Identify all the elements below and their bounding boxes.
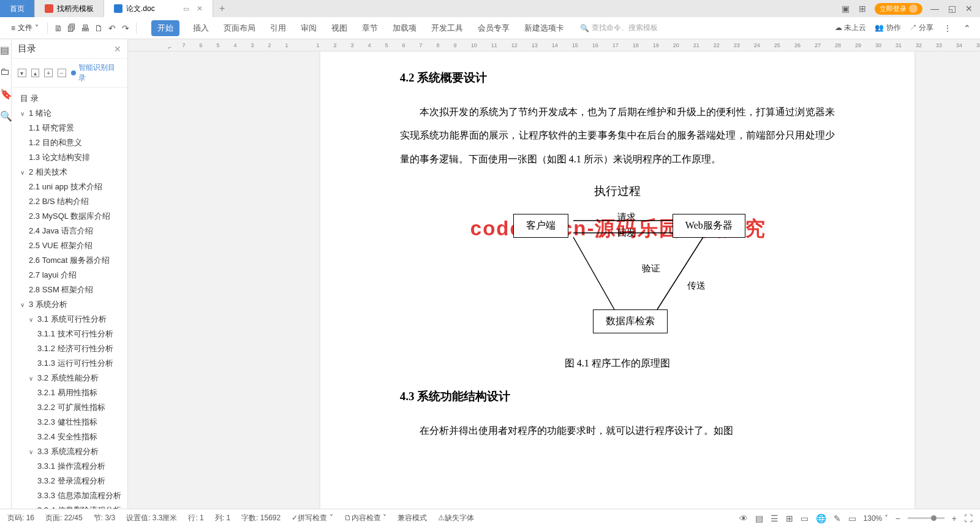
toc-item[interactable]: 2.2 B/S 结构介绍	[12, 194, 127, 209]
expand-all-icon[interactable]: ▾	[18, 69, 26, 77]
toc-item[interactable]: ∨3.3 系统流程分析	[12, 444, 127, 459]
sb-section[interactable]: 节: 3/3	[94, 513, 115, 523]
ribbon-newtab[interactable]: 新建选项卡	[523, 20, 565, 36]
sb-spellcheck[interactable]: ✓拼写检查 ˅	[292, 513, 333, 523]
globe-icon[interactable]: 🌐	[816, 514, 826, 523]
save-as-icon[interactable]: 🗐	[66, 23, 77, 34]
toc-item[interactable]: ∨3 系统分析	[12, 297, 127, 312]
preview-icon[interactable]: 🗋	[93, 23, 104, 34]
outline-close-icon[interactable]: ✕	[114, 44, 121, 54]
toc-item[interactable]: 2.3 MySQL 数据库介绍	[12, 209, 127, 224]
toc-item[interactable]: 2.6 Tomcat 服务器介绍	[12, 253, 127, 268]
toc-item[interactable]: 3.3.4 信息删除流程分析	[12, 503, 127, 509]
toc-item[interactable]: 1.2 目的和意义	[12, 135, 127, 150]
sb-setting[interactable]: 设置值: 3.3厘米	[126, 513, 177, 523]
collapse-ribbon-icon[interactable]: ⌃	[962, 23, 973, 34]
ribbon-review[interactable]: 审阅	[300, 20, 318, 36]
toc-item[interactable]: ∨1 绪论	[12, 106, 127, 121]
tab-templates[interactable]: 找稻壳模板	[35, 0, 104, 17]
sb-col[interactable]: 列: 1	[215, 513, 230, 523]
eye-icon[interactable]: 👁	[739, 514, 748, 523]
toc-item[interactable]: 3.2.2 可扩展性指标	[12, 400, 127, 415]
toc-item[interactable]: ∨2 相关技术	[12, 165, 127, 180]
more-icon[interactable]: ⋮	[942, 23, 953, 34]
toc-item[interactable]: 1.3 论文结构安排	[12, 150, 127, 165]
sb-pages[interactable]: 页面: 22/45	[45, 513, 83, 523]
window-maximize-icon[interactable]: ◱	[947, 4, 957, 13]
tab-minimize-icon[interactable]: ▭	[183, 5, 189, 13]
save-icon[interactable]: 🗎	[53, 23, 64, 34]
sb-missing-font[interactable]: ⚠缺失字体	[438, 513, 474, 523]
bookmark-icon[interactable]: 🔖	[0, 88, 11, 99]
toc-item[interactable]: 目 录	[12, 91, 127, 106]
view-outline-icon[interactable]: ☰	[771, 514, 778, 523]
toc-item[interactable]: 3.3.1 操作流程分析	[12, 459, 127, 474]
apps-icon[interactable]: ⊞	[858, 4, 867, 13]
toc-item[interactable]: 3.2.3 健壮性指标	[12, 415, 127, 430]
zoom-out-icon[interactable]: −	[895, 514, 900, 523]
new-tab-button[interactable]: +	[213, 0, 232, 17]
ribbon-ref[interactable]: 引用	[269, 20, 287, 36]
collab-button[interactable]: 👥 协作	[875, 23, 900, 33]
cloud-status[interactable]: ☁ 未上云	[835, 23, 866, 33]
edit-icon[interactable]: ✎	[834, 514, 841, 523]
window-minimize-icon[interactable]: —	[930, 4, 940, 13]
toc-item[interactable]: 1.1 研究背景	[12, 121, 127, 135]
outline-nav-icon[interactable]: ▤	[0, 44, 11, 55]
folder-icon[interactable]: 🗀	[0, 66, 11, 77]
search-command[interactable]: 🔍 查找命令、搜索模板	[580, 23, 658, 33]
fullscreen-icon[interactable]: ⛶	[964, 514, 973, 523]
file-menu[interactable]: ≡ 文件 ˅	[7, 23, 42, 33]
toc-item[interactable]: 3.1.2 经济可行性分析	[12, 341, 127, 356]
toc-item[interactable]: ∨3.1 系统可行性分析	[12, 312, 127, 327]
share-button[interactable]: ↗ 分享	[910, 23, 933, 33]
smart-outline[interactable]: 智能识别目录	[71, 63, 121, 83]
toc-item[interactable]: 2.1 uni app 技术介绍	[12, 180, 127, 194]
ribbon-dev[interactable]: 开发工具	[430, 20, 464, 36]
layout-icon[interactable]: ▣	[840, 4, 850, 13]
toc-item[interactable]: 2.8 SSM 框架介绍	[12, 282, 127, 297]
toc-item[interactable]: 2.5 VUE 框架介绍	[12, 238, 127, 253]
window-close-icon[interactable]: ✕	[964, 4, 974, 13]
view-page-icon[interactable]: ▤	[755, 514, 763, 523]
rect-icon[interactable]: ▭	[848, 514, 856, 523]
sb-content-check[interactable]: 🗋内容检查 ˅	[344, 513, 386, 523]
sb-page-num[interactable]: 页码: 16	[7, 513, 34, 523]
toc-item[interactable]: 3.1.1 技术可行性分析	[12, 327, 127, 341]
zoom-slider[interactable]	[908, 517, 944, 519]
ribbon-member[interactable]: 会员专享	[477, 20, 511, 36]
search-nav-icon[interactable]: 🔍	[0, 110, 11, 121]
view-read-icon[interactable]: ▭	[801, 514, 809, 523]
ruler[interactable]: ⌐765432112345678910111213141516171819202…	[128, 39, 980, 51]
ribbon-start[interactable]: 开始	[151, 20, 179, 36]
toc-item[interactable]: 3.2.1 易用性指标	[12, 385, 127, 400]
toc-item[interactable]: 2.7 layui 介绍	[12, 268, 127, 282]
toc-item[interactable]: 3.3.3 信息添加流程分析	[12, 488, 127, 503]
toc-item[interactable]: ∨3.2 系统性能分析	[12, 371, 127, 385]
ribbon-chapter[interactable]: 章节	[361, 20, 379, 36]
undo-icon[interactable]: ↶	[107, 23, 118, 34]
tab-close-icon[interactable]: ✕	[197, 4, 203, 13]
tab-home[interactable]: 首页	[0, 0, 35, 17]
toc-item[interactable]: 3.3.2 登录流程分析	[12, 474, 127, 488]
ribbon-view[interactable]: 视图	[330, 20, 349, 36]
ribbon-layout[interactable]: 页面布局	[222, 20, 257, 36]
ribbon-insert[interactable]: 插入	[192, 20, 210, 36]
sb-row[interactable]: 行: 1	[188, 513, 203, 523]
toc-item[interactable]: 3.1.3 运行可行性分析	[12, 356, 127, 371]
print-icon[interactable]: 🖶	[80, 23, 91, 34]
login-button[interactable]: 立即登录	[875, 3, 922, 15]
redo-icon[interactable]: ↷	[120, 23, 131, 34]
sb-words[interactable]: 字数: 15692	[241, 513, 281, 523]
toc-item[interactable]: 3.2.4 安全性指标	[12, 430, 127, 444]
remove-icon[interactable]: −	[58, 69, 66, 77]
ribbon-addin[interactable]: 加载项	[391, 20, 418, 36]
toc-item[interactable]: 2.4 Java 语言介绍	[12, 224, 127, 238]
zoom-level[interactable]: 130% ˅	[864, 514, 888, 523]
sb-compat[interactable]: 兼容模式	[398, 513, 427, 523]
tab-document[interactable]: 论文.doc▭✕	[104, 0, 213, 17]
view-web-icon[interactable]: ⊞	[786, 514, 793, 523]
add-icon[interactable]: +	[44, 69, 53, 77]
collapse-all-icon[interactable]: ▴	[31, 69, 40, 77]
page-scroll[interactable]: 4.2 系统概要设计 本次拟开发的系统为了节约开发成本，也为了后期在维护和升级上…	[128, 51, 980, 509]
